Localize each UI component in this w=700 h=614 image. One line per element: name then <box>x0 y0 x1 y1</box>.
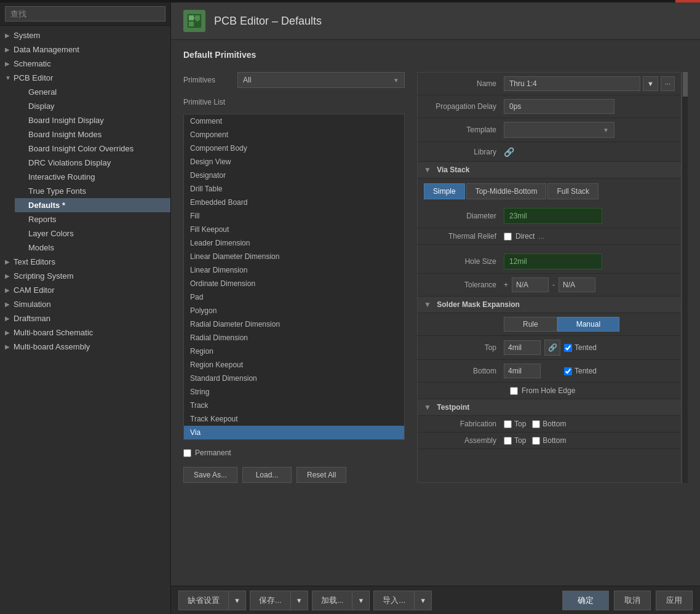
bottom-tented-label[interactable]: Tented <box>575 367 597 375</box>
sidebar-item-true-type-fonts[interactable]: True Type Fonts <box>15 184 170 198</box>
bottom-mask-input[interactable] <box>504 364 541 378</box>
sidebar-item-display[interactable]: Display <box>15 99 170 113</box>
top-tented-label[interactable]: Tented <box>575 343 597 352</box>
name-dropdown-button[interactable]: ▼ <box>643 76 658 91</box>
list-item[interactable]: Ordinate Dimension <box>184 277 404 290</box>
tab-full-stack[interactable]: Full Stack <box>547 183 599 199</box>
template-dropdown[interactable]: ▼ <box>504 122 614 138</box>
top-mask-input[interactable] <box>504 340 541 355</box>
list-item[interactable]: Region <box>184 345 404 358</box>
list-item[interactable]: Component Body <box>184 142 404 155</box>
list-item[interactable]: Comment <box>184 114 404 128</box>
mask-tab-manual[interactable]: Manual <box>557 317 619 332</box>
sidebar-item-drc-violations-display[interactable]: DRC Violations Display <box>15 156 170 170</box>
sidebar-item-simulation[interactable]: ▶ Simulation <box>0 297 170 311</box>
permanent-checkbox[interactable] <box>183 449 191 457</box>
sidebar-item-cam-editor[interactable]: ▶ CAM Editor <box>0 283 170 297</box>
list-item[interactable]: Drill Table <box>184 182 404 196</box>
list-item[interactable]: Pad <box>184 290 404 304</box>
mask-tab-rule[interactable]: Rule <box>504 317 557 332</box>
fabrication-bottom-checkbox[interactable] <box>532 420 540 428</box>
confirm-button[interactable]: 确定 <box>562 591 609 610</box>
list-item[interactable]: Designator <box>184 169 404 182</box>
from-hole-edge-checkbox[interactable] <box>510 387 518 395</box>
import-button[interactable]: 导入... <box>373 591 415 610</box>
list-item[interactable]: Linear Dimension <box>184 263 404 277</box>
sidebar-item-schematic[interactable]: ▶ Schematic <box>0 57 170 71</box>
thermal-checkbox[interactable] <box>504 233 512 241</box>
list-item[interactable]: Embedded Board <box>184 196 404 209</box>
bottom-tented-checkbox[interactable] <box>564 367 572 375</box>
propagation-delay-input[interactable] <box>504 99 614 114</box>
load-arrow[interactable]: ▼ <box>352 591 370 610</box>
primitives-dropdown[interactable]: All ▼ <box>237 72 405 88</box>
tab-top-middle-bottom[interactable]: Top-Middle-Bottom <box>466 183 547 199</box>
sidebar-item-general[interactable]: General <box>15 85 170 99</box>
list-item[interactable]: Track Keepout <box>184 412 404 426</box>
primitive-list[interactable]: Comment Component Component Body Design … <box>183 114 405 440</box>
default-settings-arrow[interactable]: ▼ <box>229 591 246 610</box>
list-item[interactable]: Fill <box>184 209 404 223</box>
sidebar-item-multi-board-assembly[interactable]: ▶ Multi-board Assembly <box>0 340 170 354</box>
hole-size-input[interactable] <box>504 253 602 269</box>
solder-mask-header[interactable]: ▼ Solder Mask Expansion <box>418 297 681 313</box>
list-item[interactable]: Polygon <box>184 304 404 317</box>
cancel-button[interactable]: 取消 <box>614 591 651 610</box>
list-item[interactable]: Radial Dimension <box>184 331 404 345</box>
save-as-button[interactable]: Save As... <box>183 467 237 483</box>
list-item[interactable]: Design View <box>184 155 404 169</box>
top-tented-checkbox[interactable] <box>564 344 572 352</box>
sidebar-item-system[interactable]: ▶ System <box>0 28 170 42</box>
assembly-bottom-checkbox[interactable] <box>532 437 540 445</box>
sidebar-item-layer-colors[interactable]: Layer Colors <box>15 226 170 241</box>
list-item[interactable]: Leader Dimension <box>184 236 404 250</box>
load-button[interactable]: Load... <box>242 467 292 483</box>
from-hole-edge-label[interactable]: From Hole Edge <box>522 386 575 395</box>
list-item[interactable]: Component <box>184 128 404 142</box>
sidebar-item-interactive-routing[interactable]: Interactive Routing <box>15 170 170 184</box>
list-item[interactable]: Radial Diameter Dimension <box>184 317 404 331</box>
apply-button[interactable]: 应用 <box>656 591 693 610</box>
name-options-button[interactable]: ··· <box>661 76 675 91</box>
sidebar-item-board-insight-color-overrides[interactable]: Board Insight Color Overrides <box>15 142 170 156</box>
testpoint-header[interactable]: ▼ Testpoint <box>418 399 681 416</box>
sidebar-item-defaults[interactable]: Defaults * <box>15 198 170 212</box>
sidebar-item-board-insight-modes[interactable]: Board Insight Modes <box>15 127 170 142</box>
via-stack-header[interactable]: ▼ Via Stack <box>418 162 681 178</box>
sidebar-item-board-insight-display[interactable]: Board Insight Display <box>15 113 170 127</box>
sidebar-item-draftsman[interactable]: ▶ Draftsman <box>0 311 170 325</box>
right-scrollbar[interactable] <box>682 72 688 483</box>
save-arrow[interactable]: ▼ <box>291 591 308 610</box>
permanent-label[interactable]: Permanent <box>195 449 231 457</box>
list-item[interactable]: Linear Diameter Dimension <box>184 250 404 263</box>
import-arrow[interactable]: ▼ <box>415 591 432 610</box>
sidebar-item-scripting-system[interactable]: ▶ Scripting System <box>0 269 170 283</box>
load-button[interactable]: 加载... <box>312 591 353 610</box>
tolerance-minus-input[interactable] <box>559 277 595 292</box>
sidebar-item-data-management[interactable]: ▶ Data Management <box>0 42 170 57</box>
search-input[interactable] <box>5 6 165 22</box>
list-item[interactable]: Track <box>184 399 404 412</box>
list-item[interactable]: String <box>184 385 404 399</box>
list-item[interactable]: Fill Keepout <box>184 223 404 236</box>
default-settings-button[interactable]: 缺省设置 <box>178 591 229 610</box>
reset-all-button[interactable]: Reset All <box>296 467 346 483</box>
tolerance-plus-input[interactable] <box>512 277 549 292</box>
save-button[interactable]: 保存... <box>250 591 291 610</box>
sidebar-item-pcb-editor[interactable]: ▼ PCB Editor <box>0 71 170 85</box>
sidebar-item-models[interactable]: Models <box>15 241 170 255</box>
sidebar-item-text-editors[interactable]: ▶ Text Editors <box>0 255 170 269</box>
diameter-input[interactable] <box>504 208 602 224</box>
tab-simple[interactable]: Simple <box>424 183 465 199</box>
sidebar-item-reports[interactable]: Reports <box>15 212 170 226</box>
assembly-top-checkbox[interactable] <box>504 437 512 445</box>
list-item[interactable]: Region Keepout <box>184 358 404 372</box>
list-item[interactable]: Standard Dimension <box>184 372 404 385</box>
sidebar-item-multi-board-schematic[interactable]: ▶ Multi-board Schematic <box>0 325 170 340</box>
fabrication-top-checkbox[interactable] <box>504 420 512 428</box>
top-tented-check: Tented <box>564 343 597 352</box>
library-link-icon[interactable]: 🔗 <box>504 147 514 157</box>
list-item-via[interactable]: Via <box>184 426 404 439</box>
name-input[interactable] <box>504 76 640 91</box>
link-top-bottom-button[interactable]: 🔗 <box>544 340 560 356</box>
